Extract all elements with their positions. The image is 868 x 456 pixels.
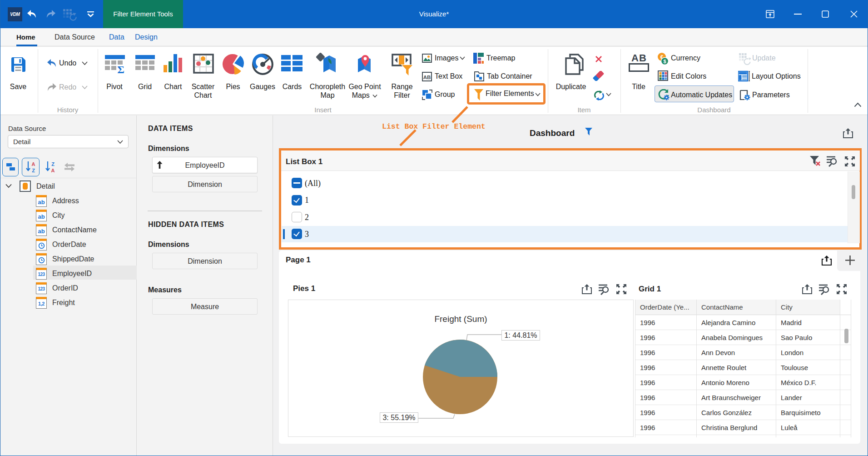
svg-text:Z: Z: [51, 161, 55, 167]
svg-text:Z: Z: [32, 168, 35, 173]
svg-text:A: A: [51, 168, 55, 173]
svg-text:$: $: [663, 59, 666, 64]
svg-text:AB: AB: [423, 75, 431, 80]
svg-text:Σ: Σ: [117, 64, 124, 74]
svg-text:A: A: [32, 161, 35, 167]
